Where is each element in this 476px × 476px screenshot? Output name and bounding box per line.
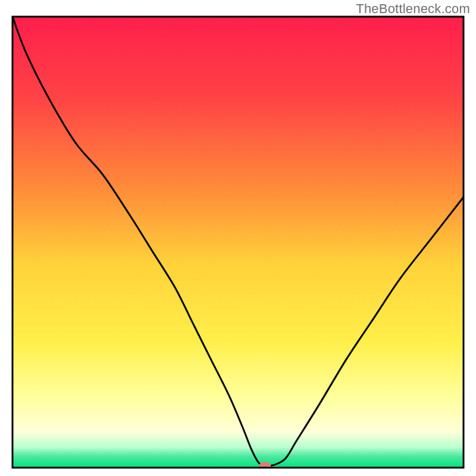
gradient-background <box>12 17 464 468</box>
watermark-text: TheBottleneck.com <box>356 1 470 17</box>
bottleneck-chart <box>0 0 476 476</box>
chart-container: TheBottleneck.com <box>0 0 476 476</box>
